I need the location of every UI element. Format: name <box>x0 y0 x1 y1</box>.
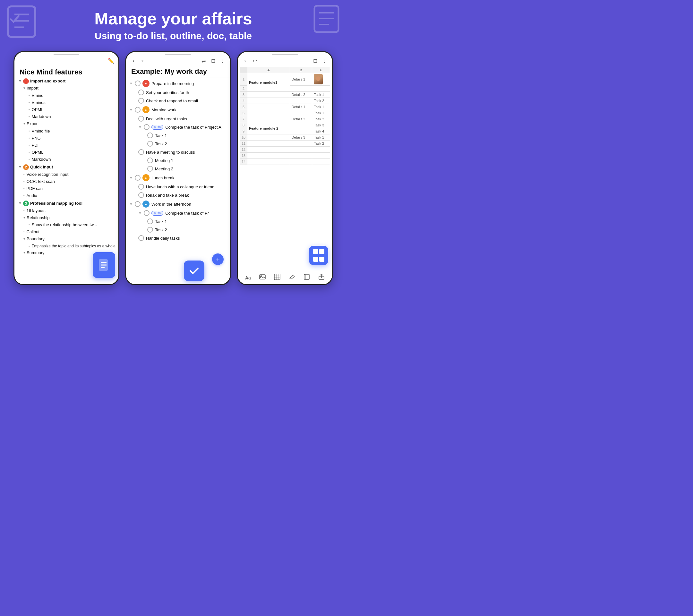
todo-checkbox[interactable] <box>147 227 153 233</box>
collapse-arrow[interactable]: ▼ <box>18 201 22 206</box>
section-import-export-label: Import and export <box>30 78 66 84</box>
collapse-arrow[interactable]: ▾ <box>23 250 25 255</box>
layouts-label: 16 layouts <box>27 208 45 214</box>
cell-12a[interactable] <box>248 146 290 153</box>
cell-3a[interactable] <box>248 92 290 98</box>
cell-8a[interactable]: Feature module 2 <box>248 122 290 135</box>
collapse-arrow[interactable]: ▾ <box>23 215 25 220</box>
cell-4b[interactable] <box>290 98 312 104</box>
todo-checkbox[interactable] <box>135 201 140 207</box>
collapse-arrow[interactable]: ▼ <box>18 79 22 83</box>
cell-4c[interactable]: Task 2 <box>312 98 330 104</box>
cell-1c[interactable] <box>312 73 330 86</box>
collapse-icon[interactable]: ▼ <box>129 81 133 85</box>
cell-14a[interactable] <box>248 159 290 165</box>
todo-checkbox[interactable] <box>138 116 144 122</box>
cell-10b[interactable]: Details 3 <box>290 135 312 141</box>
todo-checkbox[interactable] <box>138 149 144 155</box>
text-format-icon[interactable]: Aa <box>245 275 251 280</box>
todo-checkbox[interactable] <box>147 141 153 146</box>
cell-12b[interactable] <box>290 146 312 153</box>
format-icon[interactable]: ⇌ <box>200 57 207 64</box>
todo-item: Set your priorities for th <box>129 88 227 97</box>
cell-8b[interactable] <box>290 122 312 128</box>
collapse-arrow[interactable]: ▼ <box>18 164 22 170</box>
todo-checkbox[interactable] <box>144 124 150 130</box>
todo-checkbox[interactable] <box>135 81 140 86</box>
collapse-icon[interactable]: ▼ <box>129 176 133 180</box>
undo-icon[interactable]: ↩ <box>251 57 258 64</box>
cell-7b[interactable]: Details 2 <box>290 116 312 122</box>
cell-1a[interactable]: Feature module1 <box>248 73 290 92</box>
table-icon[interactable] <box>274 274 280 282</box>
cell-7a[interactable] <box>248 116 290 122</box>
todo-checkbox[interactable] <box>135 175 140 181</box>
todo-checkbox[interactable] <box>138 184 144 190</box>
collapse-icon[interactable]: ▼ <box>129 108 133 112</box>
back-icon[interactable]: ‹ <box>130 57 137 64</box>
todo-checkbox[interactable] <box>138 98 144 104</box>
todo-fab-button[interactable] <box>184 260 204 281</box>
cell-6a[interactable] <box>248 110 290 116</box>
format2-icon[interactable] <box>303 274 310 282</box>
todo-checkbox[interactable] <box>147 133 153 138</box>
collapse-arrow[interactable]: ▾ <box>23 121 25 126</box>
cell-11c[interactable]: Task 2 <box>312 141 330 146</box>
save-table-icon[interactable]: ⊡ <box>312 57 319 64</box>
back-icon[interactable]: ‹ <box>242 57 249 64</box>
todo-checkbox[interactable] <box>147 158 153 163</box>
todo-checkbox[interactable] <box>138 235 144 241</box>
cell-14c[interactable] <box>312 159 330 165</box>
more-icon[interactable]: ⋮ <box>219 57 226 64</box>
todo-checkbox[interactable] <box>147 166 153 172</box>
cell-10a[interactable] <box>248 135 290 141</box>
eraser-icon[interactable] <box>289 274 295 282</box>
todo-checkbox[interactable] <box>138 90 144 95</box>
cell-6c[interactable]: Task 1 <box>312 110 330 116</box>
cell-11b[interactable] <box>290 141 312 146</box>
cell-14b[interactable] <box>290 159 312 165</box>
todo-checkbox[interactable] <box>147 218 153 224</box>
cell-5c[interactable]: Task 1 <box>312 104 330 110</box>
export-icon[interactable] <box>318 274 325 282</box>
cell-13b[interactable] <box>290 153 312 159</box>
doc-fab-button[interactable] <box>93 252 115 278</box>
cell-2c[interactable] <box>312 86 330 92</box>
cell-2b[interactable] <box>290 86 312 92</box>
collapse-icon[interactable]: ▼ <box>138 125 142 129</box>
cell-11a[interactable] <box>248 141 290 146</box>
row-num: 7 <box>240 116 248 122</box>
cell-9b[interactable] <box>290 128 312 135</box>
cell-5a[interactable] <box>248 104 290 110</box>
collapse-arrow[interactable]: ▾ <box>23 86 25 91</box>
cell-4a[interactable] <box>248 98 290 104</box>
cell-1b[interactable]: Details 1 <box>290 73 312 86</box>
image-icon[interactable] <box>259 274 266 282</box>
cell-5b[interactable]: Details 1 <box>290 104 312 110</box>
cell-10c[interactable]: Task 1 <box>312 135 330 141</box>
cell-12c[interactable] <box>312 146 330 153</box>
collapse-icon[interactable]: ▼ <box>129 202 133 206</box>
todo-checkbox[interactable] <box>135 107 140 113</box>
cell-3b[interactable]: Details 2 <box>290 92 312 98</box>
cell-3c[interactable]: Task 1 <box>312 92 330 98</box>
phone-topbar-right <box>238 52 332 56</box>
cell-6b[interactable] <box>290 110 312 116</box>
cell-13c[interactable] <box>312 153 330 159</box>
todo-checkbox[interactable] <box>144 210 150 216</box>
more-table-icon[interactable]: ⋮ <box>321 57 328 64</box>
undo-icon[interactable]: ↩ <box>140 57 146 64</box>
cell-13a[interactable] <box>248 153 290 159</box>
collapse-arrow[interactable]: ▾ <box>23 236 25 241</box>
cell-7c[interactable]: Task 2 <box>312 116 330 122</box>
todo-checkbox[interactable] <box>138 192 144 198</box>
edit-icon[interactable]: ✏️ <box>107 57 115 64</box>
grid-fab-button[interactable] <box>309 246 328 265</box>
cell-8c[interactable]: Task 3 <box>312 122 330 128</box>
add-task-fab[interactable]: + <box>212 254 224 265</box>
collapse-icon[interactable]: ▼ <box>138 211 142 215</box>
todo-text: Relax and take a break <box>146 193 227 198</box>
outline-relationship: ▾ Relationship <box>17 214 116 221</box>
save-icon[interactable]: ⊡ <box>210 57 217 64</box>
cell-9c[interactable]: Task 4 <box>312 128 330 135</box>
